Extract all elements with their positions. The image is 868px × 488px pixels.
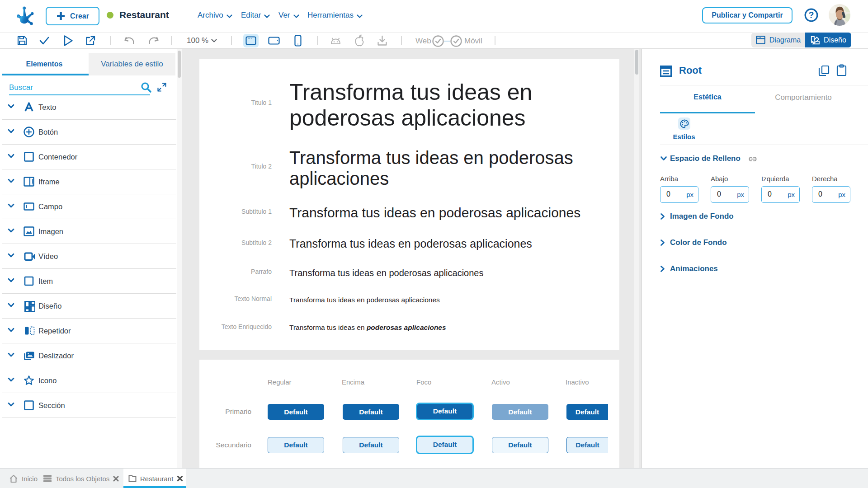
svg-text:?: ?: [809, 10, 814, 20]
